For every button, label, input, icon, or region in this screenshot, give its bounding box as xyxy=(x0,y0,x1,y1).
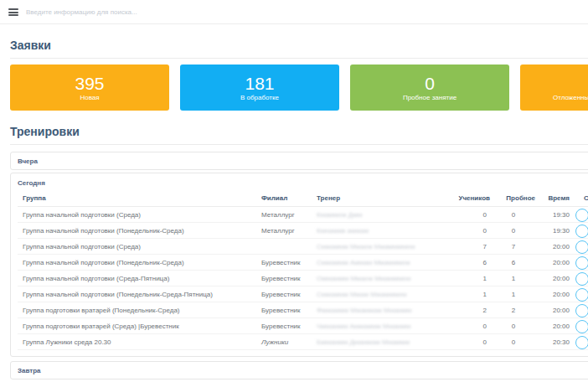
cell-trial: 1 xyxy=(491,271,536,286)
table-row[interactable]: Группа начальной подготовки (Понедельник… xyxy=(18,286,588,302)
cell-branch: Лужники xyxy=(256,334,312,350)
cell-students: 0 xyxy=(452,318,491,334)
table-row[interactable]: Группа начальной подготовки (Среда-Пятни… xyxy=(18,271,588,286)
table-header-row: Группа Филиал Тренер Учеников Пробное Вр… xyxy=(18,191,588,207)
card-label: Пробное занятие xyxy=(403,94,456,101)
trainings-table: Группа Филиал Тренер Учеников Пробное Вр… xyxy=(18,191,588,350)
cell-trainer: Сммаммм Ммам Ммамммем xyxy=(312,286,452,302)
cell-trial: 0 xyxy=(491,223,536,239)
status-circle-icon[interactable] xyxy=(575,209,588,222)
table-row[interactable]: Группа начальной подготовки (Понедельник… xyxy=(18,223,588,239)
cell-students: 2 xyxy=(452,302,491,318)
panel-today-label[interactable]: Сегодня xyxy=(18,173,588,191)
status-circle-icon[interactable] xyxy=(575,288,588,302)
status-circle-icon[interactable] xyxy=(575,304,588,317)
status-circle-icon[interactable] xyxy=(575,240,588,254)
cell-time: 20:00 xyxy=(536,255,570,271)
cell-trainer: Оммаммм Ммаем Ммамммем xyxy=(312,271,452,286)
application-card[interactable]: 181 В обработке xyxy=(180,65,339,111)
table-row[interactable]: Группа подготовки вратарей (Понедельник-… xyxy=(18,302,588,318)
col-header-status: Статус xyxy=(570,191,588,207)
cell-status xyxy=(570,255,588,271)
search-input[interactable] xyxy=(26,8,219,16)
cell-status xyxy=(570,207,588,223)
panel-today: Сегодня Группа Филиал Тренер Учеников Пр… xyxy=(10,173,588,357)
col-header-group: Группа xyxy=(18,191,256,207)
cell-time: 20:00 xyxy=(536,271,570,286)
cell-trial: 0 xyxy=(491,334,536,350)
table-row[interactable]: Группа начальной подготовки (Среда) Мета… xyxy=(18,207,588,223)
cell-students: 0 xyxy=(452,223,491,239)
cell-students: 0 xyxy=(452,207,491,223)
trainings-section: Тренировки Вчера Сегодня Группа Филиал xyxy=(0,125,588,379)
cell-branch: Металлург xyxy=(256,207,312,223)
cell-time: 20:00 xyxy=(536,286,570,302)
table-row[interactable]: Группа начальной подготовки (Среда) Смма… xyxy=(18,239,588,255)
menu-icon[interactable] xyxy=(8,8,18,18)
panel-tomorrow-label: Завтра xyxy=(18,367,41,374)
cell-trainer: Сммаммм Аммам Ммамммем xyxy=(312,255,452,271)
trainer-redacted-text: Кмаммем Дмм xyxy=(317,211,362,219)
trainer-redacted-text: Фммаммм Ммаммам Ммаммм xyxy=(317,307,411,314)
cell-status xyxy=(570,318,588,334)
col-header-branch: Филиал xyxy=(256,191,312,207)
trainer-redacted-text: Сммаммм Ммам Ммамммем xyxy=(317,291,406,298)
cell-students: 0 xyxy=(452,334,491,350)
cell-branch xyxy=(256,239,312,255)
cell-trial: 2 xyxy=(491,302,536,318)
col-header-students: Учеников xyxy=(452,191,491,207)
status-circle-icon[interactable] xyxy=(575,225,588,238)
cell-status xyxy=(570,286,588,302)
cell-trainer: Кмнаммв аммам xyxy=(312,223,452,239)
status-circle-icon[interactable] xyxy=(575,256,588,270)
card-label: В обработке xyxy=(240,94,279,101)
cell-group: Группа начальной подготовки (Среда) xyxy=(18,239,256,255)
table-row[interactable]: Группа начальной подготовки (Понедельник… xyxy=(18,255,588,271)
applications-title: Заявки xyxy=(10,39,588,59)
applications-section: Заявки 395 Новая 181 В обработке 0 Пробн… xyxy=(0,39,588,111)
cell-time: 20:30 xyxy=(536,334,570,350)
trainer-redacted-text: Сммаммм Ммаем Ммаммммем xyxy=(317,243,415,250)
cell-branch: Металлург xyxy=(256,223,312,239)
cell-students: 7 xyxy=(452,239,491,255)
application-card[interactable]: Отложенные xyxy=(520,65,588,111)
cell-trainer: Бммаммм Дмаммам Ммаммм xyxy=(312,334,452,350)
status-circle-icon[interactable] xyxy=(575,336,588,349)
cell-branch: Буревестник xyxy=(256,286,312,302)
table-row[interactable]: Группа подготовки вратарей (Среда) |Буре… xyxy=(18,318,588,334)
cell-time: 19:30 xyxy=(536,223,570,239)
application-card[interactable]: 395 Новая xyxy=(10,65,169,111)
cell-group: Группа начальной подготовки (Понедельник… xyxy=(18,223,256,239)
cell-group: Группа подготовки вратарей (Понедельник-… xyxy=(18,302,256,318)
panel-tomorrow[interactable]: Завтра xyxy=(10,361,588,379)
cell-time: 20:00 xyxy=(536,302,570,318)
cell-status xyxy=(570,271,588,286)
card-label: Новая xyxy=(80,94,99,101)
card-value: 395 xyxy=(75,74,104,93)
cell-group: Группа Лужники среда 20.30 xyxy=(18,334,256,350)
cell-status xyxy=(570,223,588,239)
panel-yesterday-label: Вчера xyxy=(18,157,38,165)
cell-group: Группа подготовки вратарей (Среда) |Буре… xyxy=(18,318,256,334)
status-circle-icon[interactable] xyxy=(575,320,588,333)
cell-status xyxy=(570,239,588,255)
cell-group: Группа начальной подготовки (Среда-Пятни… xyxy=(18,271,256,286)
cell-students: 6 xyxy=(452,255,491,271)
page-content: Заявки 395 Новая 181 В обработке 0 Пробн… xyxy=(0,0,588,379)
status-circle-icon[interactable] xyxy=(575,272,588,286)
trainer-redacted-text: Сммаммм Аммам Ммамммем xyxy=(317,259,410,266)
trainer-redacted-text: Оммаммм Ммаем Ммамммем xyxy=(317,275,410,282)
trainer-redacted-text: Кмнаммв аммам xyxy=(317,227,369,235)
table-row[interactable]: Группа Лужники среда 20.30 Лужники Бммам… xyxy=(18,334,588,350)
cell-trainer: Чммаммм Аммаммм Ммаммм xyxy=(312,318,452,334)
application-card[interactable]: 0 Пробное занятие xyxy=(350,65,509,111)
trainer-redacted-text: Чммаммм Аммаммм Ммаммм xyxy=(317,323,410,330)
cell-trial: 1 xyxy=(491,286,536,302)
card-label: Отложенные xyxy=(520,94,588,101)
application-cards: 395 Новая 181 В обработке 0 Пробное заня… xyxy=(10,65,588,111)
cell-group: Группа начальной подготовки (Понедельник… xyxy=(18,286,256,302)
panel-yesterday[interactable]: Вчера xyxy=(10,152,588,170)
cell-trainer: Кмаммем Дмм xyxy=(312,207,452,223)
col-header-trial: Пробное xyxy=(491,191,536,207)
cell-time: 20:00 xyxy=(536,318,570,334)
